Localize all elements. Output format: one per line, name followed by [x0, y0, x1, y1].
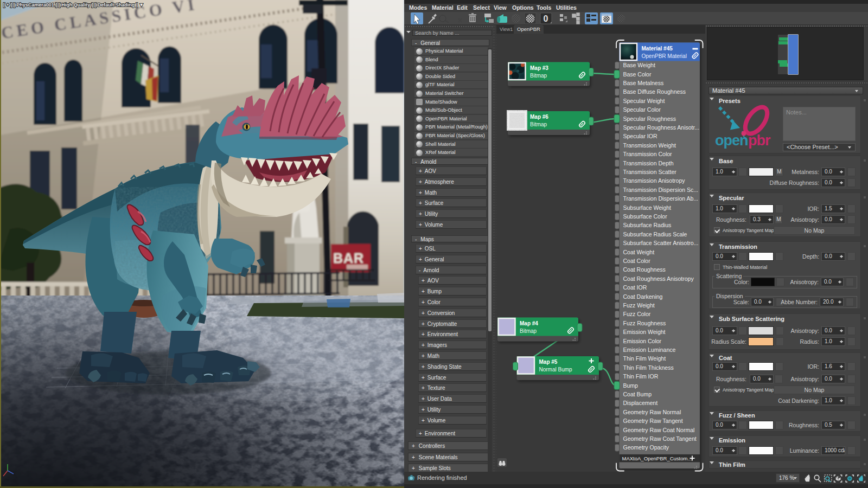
svg-text:Specular Roughness Anisotr...: Specular Roughness Anisotr... — [623, 124, 700, 131]
svg-text:0: 0 — [544, 14, 548, 23]
svg-text:Geometry Raw Coat Normal: Geometry Raw Coat Normal — [623, 427, 695, 433]
svg-text:Emission Color: Emission Color — [623, 338, 662, 344]
svg-text:Thin Film Weight: Thin Film Weight — [623, 355, 666, 362]
svg-text:Transmission Color: Transmission Color — [623, 151, 673, 157]
svg-text:pbr: pbr — [748, 132, 771, 149]
svg-text:Bitmap: Bitmap — [530, 73, 547, 79]
svg-text:Base Diffuse Roughness: Base Diffuse Roughness — [623, 88, 686, 95]
svg-text:Transmission Dispersion Ab...: Transmission Dispersion Ab... — [623, 195, 699, 202]
svg-text:BAR: BAR — [333, 251, 364, 266]
svg-text:Geometry Raw Coat Tangent: Geometry Raw Coat Tangent — [623, 435, 697, 442]
svg-text:Transmission Depth: Transmission Depth — [623, 160, 674, 166]
svg-text:Emission Weight: Emission Weight — [623, 329, 666, 335]
svg-text:Displacement: Displacement — [623, 400, 658, 406]
svg-text:Specular IOR: Specular IOR — [623, 133, 658, 139]
svg-text:Coat Darkening: Coat Darkening — [623, 293, 663, 300]
svg-text:Normal Bump: Normal Bump — [539, 367, 573, 373]
svg-text:OpenPBR Material: OpenPBR Material — [642, 53, 687, 59]
svg-text:MAXtoA_OpenPBR_Custom...: MAXtoA_OpenPBR_Custom... — [622, 455, 692, 461]
svg-text:Fuzz Color: Fuzz Color — [623, 311, 651, 317]
svg-text:Coat Bump: Coat Bump — [623, 391, 652, 397]
svg-text:Map #6: Map #6 — [530, 114, 548, 120]
svg-text:Material #45: Material #45 — [642, 46, 673, 52]
svg-text:Geometry Opacity: Geometry Opacity — [623, 444, 669, 451]
svg-text:Subsurface Scatter Anisotro...: Subsurface Scatter Anisotro... — [623, 240, 699, 246]
svg-text:Specular Color: Specular Color — [623, 106, 661, 113]
svg-text:Coat Roughness Anisotropy: Coat Roughness Anisotropy — [623, 275, 694, 282]
svg-text:Fuzz Weight: Fuzz Weight — [623, 302, 655, 309]
svg-text:Base Color: Base Color — [623, 71, 652, 78]
svg-text:Transmission Dispersion Sc...: Transmission Dispersion Sc... — [623, 187, 698, 193]
svg-text:Subsurface Radius: Subsurface Radius — [623, 222, 672, 228]
svg-text:Specular Weight: Specular Weight — [623, 98, 665, 104]
svg-text:Specular Roughness: Specular Roughness — [623, 115, 676, 122]
svg-text:[ + ] [ PhysCamera001 ] [ Hig: [ + ] [ PhysCamera001 ] [ High Quality ]… — [3, 2, 144, 8]
svg-text:open: open — [715, 132, 748, 149]
svg-text:Coat Color: Coat Color — [623, 258, 651, 264]
svg-text:Coat Weight: Coat Weight — [623, 249, 655, 255]
svg-text:Bitmap: Bitmap — [520, 328, 537, 334]
svg-text:Transmission Anisotropy: Transmission Anisotropy — [623, 177, 686, 184]
svg-text:Fuzz Roughness: Fuzz Roughness — [623, 320, 666, 326]
svg-text:Bitmap: Bitmap — [530, 121, 547, 127]
svg-text:Subsurface Radius Scale: Subsurface Radius Scale — [623, 231, 687, 237]
svg-text:Transmission Weight: Transmission Weight — [623, 142, 676, 149]
svg-text:Geometry Raw Normal: Geometry Raw Normal — [623, 409, 681, 415]
svg-text:Base Weight: Base Weight — [623, 62, 655, 68]
svg-text:Transmission Scatter: Transmission Scatter — [623, 169, 677, 175]
svg-text:Subsurface Weight: Subsurface Weight — [623, 204, 672, 211]
svg-text:Map #5: Map #5 — [539, 359, 558, 365]
svg-text:Map #4: Map #4 — [520, 320, 538, 326]
svg-text:Geometry Raw Tangent: Geometry Raw Tangent — [623, 418, 683, 424]
svg-text:Thin Film IOR: Thin Film IOR — [623, 373, 659, 380]
svg-text:Base Metalness: Base Metalness — [623, 80, 664, 86]
svg-text:Map #3: Map #3 — [530, 65, 548, 71]
svg-text:Emission Luminance: Emission Luminance — [623, 346, 676, 353]
svg-text:Thin Film Thickness: Thin Film Thickness — [623, 364, 674, 371]
svg-text:Bump: Bump — [623, 382, 639, 389]
svg-text:Coat IOR: Coat IOR — [623, 284, 647, 291]
svg-text:Subsurface Color: Subsurface Color — [623, 213, 668, 220]
svg-text:Coat Roughness: Coat Roughness — [623, 266, 666, 273]
